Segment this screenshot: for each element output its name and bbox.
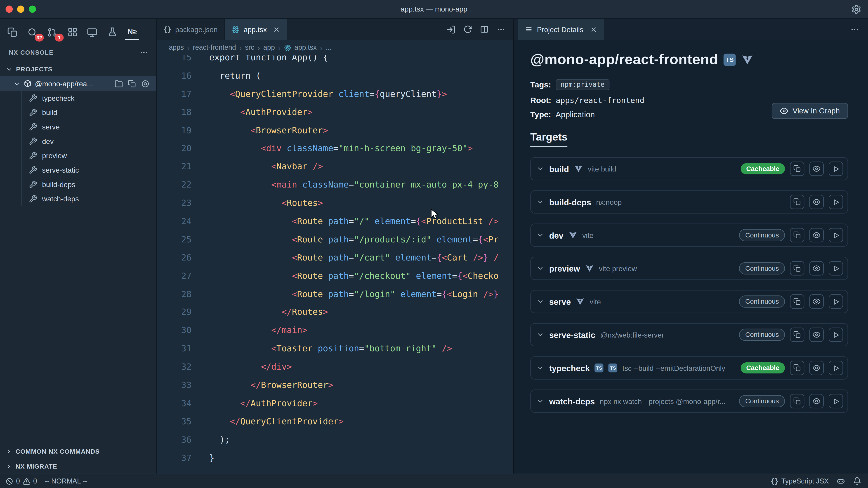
more-actions-icon[interactable] <box>140 48 148 57</box>
projects-section-header[interactable]: PROJECTS <box>0 62 156 76</box>
view-task-button[interactable] <box>809 361 824 375</box>
tab-app-tsx[interactable]: app.tsx <box>225 19 287 40</box>
settings-gear-icon[interactable] <box>851 4 862 14</box>
target-row-serve[interactable]: serveviteContinuous <box>530 290 848 313</box>
minimize-window-button[interactable] <box>17 5 24 13</box>
copy-task-button[interactable] <box>790 328 804 342</box>
view-task-button[interactable] <box>809 261 824 275</box>
test-flask-icon[interactable] <box>105 24 119 40</box>
run-task-button[interactable] <box>829 328 843 342</box>
chevron-down-icon[interactable] <box>536 397 544 405</box>
code-line-19[interactable]: 19 <BrowserRouter> <box>157 122 513 140</box>
target-row-watch-deps[interactable]: watch-depsnpx nx watch --projects @mono-… <box>530 390 848 413</box>
breadcrumb-item[interactable]: app.tsx <box>294 43 317 51</box>
refresh-icon[interactable] <box>463 25 472 34</box>
chevron-down-icon[interactable] <box>536 265 544 272</box>
target-row-preview[interactable]: previewvite previewContinuous <box>530 257 848 280</box>
chevron-down-icon[interactable] <box>536 231 544 239</box>
run-task-button[interactable] <box>829 162 843 176</box>
view-in-graph-button[interactable]: View In Graph <box>772 103 848 119</box>
copy-icon[interactable] <box>128 79 136 88</box>
target-row-build-deps[interactable]: build-depsnx:noop <box>530 190 848 214</box>
notifications-bell-icon[interactable] <box>853 477 862 485</box>
breadcrumb-item[interactable]: react-frontend <box>193 43 236 51</box>
code-line-15[interactable]: 15export function App() { <box>157 55 513 67</box>
problems-indicator[interactable]: 0 0 <box>5 477 37 485</box>
copy-task-button[interactable] <box>790 228 804 242</box>
common-nx-commands-section[interactable]: COMMON NX COMMANDS <box>0 444 156 459</box>
language-mode[interactable]: {} TypeScript JSX <box>771 477 829 485</box>
breadcrumb-item[interactable]: apps <box>169 43 184 51</box>
code-line-37[interactable]: 37} <box>157 449 513 467</box>
code-line-34[interactable]: 34 </AuthProvider> <box>157 394 513 413</box>
close-tab-icon[interactable] <box>590 26 597 33</box>
extensions-icon[interactable] <box>65 24 79 40</box>
view-task-button[interactable] <box>809 228 824 242</box>
target-row-build[interactable]: buildvite buildCacheable <box>530 157 848 181</box>
target-row-serve-static[interactable]: serve-static@nx/web:file-serverContinuou… <box>530 323 848 346</box>
sidebar-target-preview[interactable]: preview <box>0 148 156 163</box>
code-line-33[interactable]: 33 </BrowserRouter> <box>157 376 513 394</box>
nx-migrate-section[interactable]: NX MIGRATE <box>0 459 156 474</box>
close-tab-icon[interactable] <box>273 26 280 33</box>
sidebar-target-watch-deps[interactable]: watch-deps <box>0 191 156 206</box>
more-actions-icon[interactable] <box>850 25 868 34</box>
code-line-26[interactable]: 26 <Route path="/cart" element={<Cart />… <box>157 249 513 267</box>
copy-task-button[interactable] <box>790 261 804 275</box>
code-line-23[interactable]: 23 <Routes> <box>157 194 513 213</box>
copy-task-button[interactable] <box>790 361 804 375</box>
chevron-down-icon[interactable] <box>536 198 544 206</box>
target-icon[interactable] <box>141 79 149 88</box>
code-line-30[interactable]: 30 </main> <box>157 322 513 340</box>
monitor-icon[interactable] <box>85 24 99 40</box>
sidebar-target-build[interactable]: build <box>0 105 156 120</box>
view-task-button[interactable] <box>809 394 824 409</box>
code-line-35[interactable]: 35 </QueryClientProvider> <box>157 413 513 431</box>
copy-task-button[interactable] <box>790 195 804 209</box>
code-line-25[interactable]: 25 <Route path="/products/:id" element={… <box>157 231 513 249</box>
view-task-button[interactable] <box>809 195 824 209</box>
vim-mode-indicator[interactable]: -- NORMAL -- <box>45 477 87 485</box>
run-task-button[interactable] <box>829 261 843 275</box>
code-line-16[interactable]: 16 return ( <box>157 67 513 85</box>
breadcrumb-item[interactable]: app <box>264 43 275 51</box>
sidebar-target-serve-static[interactable]: serve-static <box>0 163 156 177</box>
view-task-button[interactable] <box>809 162 824 176</box>
close-window-button[interactable] <box>5 5 13 13</box>
code-line-36[interactable]: 36 ); <box>157 431 513 449</box>
chevron-down-icon[interactable] <box>536 298 544 305</box>
code-line-18[interactable]: 18 <AuthProvider> <box>157 103 513 122</box>
search-icon[interactable]: 32 <box>26 24 39 40</box>
run-task-button[interactable] <box>829 361 843 375</box>
chevron-down-icon[interactable] <box>536 364 544 372</box>
project-row[interactable]: @mono-app/rea... <box>0 76 156 91</box>
target-row-dev[interactable]: devviteContinuous <box>530 223 848 247</box>
code-line-20[interactable]: 20 <div className="min-h-screen bg-gray-… <box>157 140 513 158</box>
code-line-24[interactable]: 24 <Route path="/" element={<ProductList… <box>157 213 513 231</box>
copy-task-button[interactable] <box>790 162 804 176</box>
open-to-side-icon[interactable] <box>446 25 456 34</box>
code-line-31[interactable]: 31 <Toaster position="bottom-right" /> <box>157 340 513 358</box>
code-line-22[interactable]: 22 <main className="container mx-auto px… <box>157 176 513 194</box>
run-task-button[interactable] <box>829 394 843 409</box>
nx-console-icon[interactable]: N≥ <box>125 24 139 40</box>
run-task-button[interactable] <box>829 195 843 209</box>
code-editor[interactable]: 15export function App() {16 return (17 <… <box>157 55 513 474</box>
copy-task-button[interactable] <box>790 294 804 309</box>
zoom-window-button[interactable] <box>29 5 36 13</box>
run-task-button[interactable] <box>829 294 843 309</box>
run-task-button[interactable] <box>829 228 843 242</box>
chevron-down-icon[interactable] <box>536 331 544 338</box>
code-line-29[interactable]: 29 </Routes> <box>157 303 513 322</box>
files-copy-icon[interactable] <box>5 24 19 40</box>
target-row-typecheck[interactable]: typecheckTSTStsc --build --emitDeclarati… <box>530 356 848 380</box>
code-line-21[interactable]: 21 <Navbar /> <box>157 158 513 176</box>
code-line-28[interactable]: 28 <Route path="/login" element={<Login … <box>157 285 513 304</box>
sidebar-target-typecheck[interactable]: typecheck <box>0 91 156 105</box>
split-editor-icon[interactable] <box>480 25 489 34</box>
source-control-icon[interactable]: 1 <box>45 24 59 40</box>
code-line-27[interactable]: 27 <Route path="/checkout" element={<Che… <box>157 267 513 285</box>
sidebar-target-build-deps[interactable]: build-deps <box>0 177 156 192</box>
tab-project-details[interactable]: Project Details <box>518 19 604 40</box>
breadcrumb-item[interactable]: ... <box>326 43 332 51</box>
